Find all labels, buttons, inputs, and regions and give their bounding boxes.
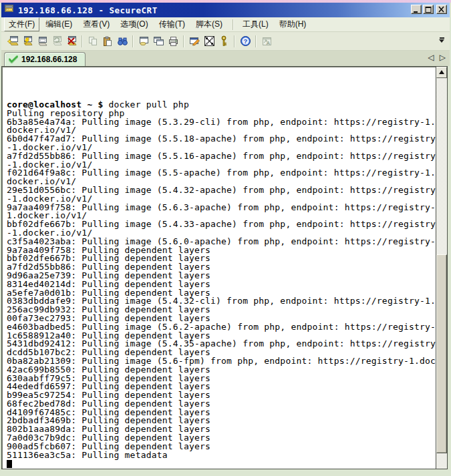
new-session-icon — [7, 35, 19, 47]
quick-connect-icon — [37, 35, 48, 47]
menu-item-script[interactable]: 脚本(S) — [191, 17, 227, 31]
connect-button[interactable] — [20, 34, 35, 49]
tab-label: 192.168.66.128 — [21, 55, 77, 64]
terminal-cursor — [7, 460, 12, 468]
toolbar: ? A — [1, 32, 450, 51]
clone-session-button[interactable] — [151, 34, 166, 49]
help-icon: ? — [240, 35, 251, 47]
menu-item-options[interactable]: 选项(O) — [116, 17, 152, 31]
tab-scroll-right-icon[interactable]: ▷ — [440, 53, 446, 62]
print-button[interactable] — [166, 34, 180, 49]
reconnect-icon — [51, 35, 63, 47]
menu-item-tools[interactable]: 工具(L) — [238, 17, 273, 31]
quick-connect-button[interactable] — [35, 34, 49, 49]
toolbar-divider — [82, 35, 83, 47]
clone-session-icon — [153, 35, 164, 47]
maximize-button[interactable] — [423, 5, 434, 14]
help-button[interactable]: ? — [238, 34, 253, 49]
app-icon — [4, 3, 15, 17]
key-icon — [220, 35, 228, 47]
session-options-button[interactable] — [202, 34, 216, 49]
copy-icon — [88, 36, 98, 47]
disconnect-icon — [66, 35, 78, 47]
connected-check-icon — [9, 55, 18, 63]
minimize-button[interactable] — [411, 5, 422, 14]
copy-button[interactable] — [86, 34, 100, 49]
disconnect-button[interactable] — [64, 34, 79, 49]
reconnect-button[interactable] — [49, 34, 64, 49]
menu-bar: 文件(F) 编辑(E) 查看(V) 选项(O) 传输(T) 脚本(S) 工具(L… — [1, 17, 450, 32]
cursor-line — [7, 459, 436, 468]
find-icon — [117, 36, 128, 47]
toolbar-divider — [132, 35, 134, 47]
up-arrow-icon — [439, 67, 444, 74]
window-a-icon: A — [261, 36, 273, 47]
securecrt-window: 192.168.66.128 - SecureCRT 文件(F) 编辑(E) 查… — [0, 0, 451, 476]
session-tab-active[interactable]: 192.168.66.128 — [4, 52, 86, 66]
window-a-button[interactable]: A — [259, 34, 274, 49]
menu-item-transfer[interactable]: 传输(T) — [154, 17, 190, 31]
paste-button[interactable] — [100, 34, 115, 49]
print-icon — [168, 36, 179, 47]
session-tab-button[interactable] — [136, 34, 151, 49]
svg-text:?: ? — [243, 37, 247, 45]
terminal-output: Pulling repository php6b3a85e4a74a: Pull… — [7, 109, 436, 460]
properties-button[interactable] — [187, 34, 202, 49]
window-title: 192.168.66.128 - SecureCRT — [18, 5, 158, 15]
menu-divider — [233, 19, 234, 30]
toolbar-divider — [234, 35, 235, 47]
find-button[interactable] — [115, 34, 130, 49]
scrollbar-up-button[interactable] — [436, 67, 447, 78]
session-tab-icon — [138, 35, 150, 47]
properties-icon — [189, 36, 200, 47]
vertical-scrollbar[interactable] — [436, 67, 447, 469]
terminal-screen[interactable]: core@localhost ~ $ docker pull php Pulli… — [3, 67, 436, 468]
close-button[interactable] — [436, 5, 447, 14]
toolbar-overflow-chevron[interactable] — [438, 37, 446, 45]
terminal-line: 511136ea3c5a: Pulling metadata — [7, 451, 436, 460]
paste-icon — [102, 36, 113, 47]
menu-item-file[interactable]: 文件(F) — [4, 17, 39, 31]
tab-scrollers: ◁ ▷ — [428, 53, 446, 62]
toolbar-divider — [255, 35, 257, 47]
tab-bar: 192.168.66.128 ◁ ▷ — [1, 51, 450, 66]
window-controls — [410, 5, 447, 14]
menu-item-help[interactable]: 帮助(H) — [275, 17, 311, 31]
menu-item-edit[interactable]: 编辑(E) — [41, 17, 77, 31]
toolbar-divider — [183, 35, 184, 47]
tab-scroll-left-icon[interactable]: ◁ — [428, 53, 434, 62]
new-session-button[interactable] — [5, 34, 20, 49]
menu-item-view[interactable]: 查看(V) — [78, 17, 114, 31]
session-options-icon — [204, 35, 215, 47]
connect-icon — [22, 35, 33, 47]
key-button[interactable] — [216, 34, 231, 49]
terminal-panel: core@localhost ~ $ docker pull php Pulli… — [1, 66, 448, 469]
scrollbar-thumb[interactable] — [436, 254, 447, 453]
svg-text:A: A — [266, 40, 270, 46]
title-bar[interactable]: 192.168.66.128 - SecureCRT — [1, 3, 450, 17]
